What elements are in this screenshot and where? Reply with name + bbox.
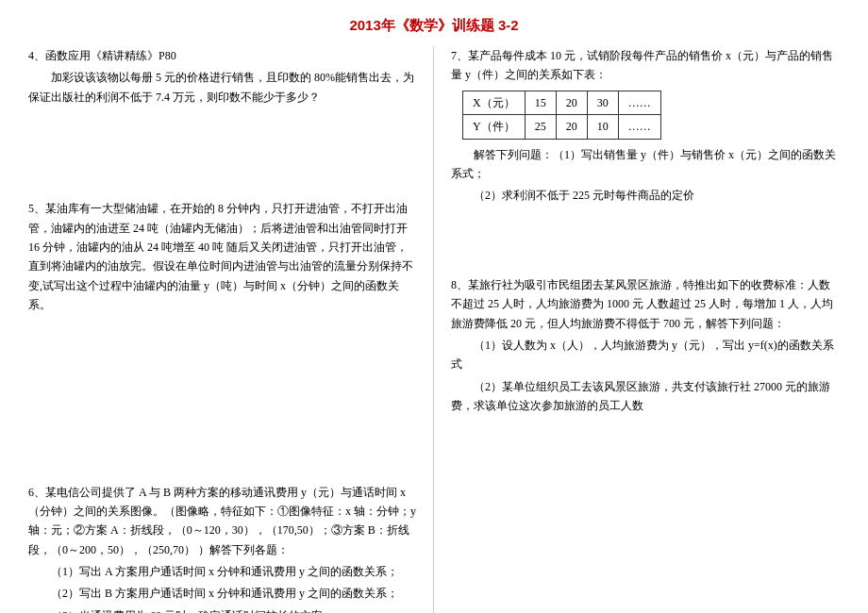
p7-row-2: 20: [556, 115, 587, 139]
p7-row-3: 10: [587, 115, 618, 139]
problem-8: 8、某旅行社为吸引市民组团去某风景区旅游，特推出如下的收费标准：人数不超过 25…: [451, 275, 840, 416]
p7-row-1: 25: [525, 115, 556, 139]
p7-header-3: 30: [587, 91, 618, 114]
p7-header-1: 15: [525, 91, 556, 114]
p8-sub1: （1）设人数为 x（人），人均旅游费为 y（元），写出 y=f(x)的函数关系式: [451, 336, 840, 374]
p5-number: 5、: [28, 202, 45, 215]
p7-header-0: X（元）: [463, 91, 526, 114]
p8-body: 某旅行社为吸引市民组团去某风景区旅游，特推出如下的收费标准：人数不超过 25 人…: [451, 278, 833, 330]
left-column: 4、函数应用《精讲精练》P80 加彩设该该物以每册 5 元的价格进行销售，且印数…: [28, 46, 434, 613]
p8-number: 8、: [451, 278, 468, 291]
right-column: 7、某产品每件成本 10 元，试销阶段每件产品的销售价 x（元）与产品的销售量 …: [434, 46, 840, 613]
p6-sub3: （3）当通讯费用为 60 元时，确定通话时间较长的方案: [28, 606, 416, 613]
problem-4: 4、函数应用《精讲精练》P80 加彩设该该物以每册 5 元的价格进行销售，且印数…: [28, 46, 416, 107]
problem-7: 7、某产品每件成本 10 元，试销阶段每件产品的销售价 x（元）与产品的销售量 …: [451, 46, 840, 206]
problem-6: 6、某电信公司提供了 A 与 B 两种方案的移动通讯费用 y（元）与通话时间 x…: [28, 483, 416, 613]
p7-header-2: 20: [556, 91, 587, 114]
p4-number: 4、: [28, 49, 45, 62]
p7-number: 7、: [451, 49, 468, 62]
p8-sub2: （2）某单位组织员工去该风景区旅游，共支付该旅行社 27000 元的旅游费，求该…: [451, 377, 840, 416]
main-content: 4、函数应用《精讲精练》P80 加彩设该该物以每册 5 元的价格进行销售，且印数…: [28, 46, 840, 613]
page-title: 2013年《数学》训练题 3-2: [28, 17, 840, 35]
p7-table: X（元） 15 20 30 …… Y（件） 25 20 10 ……: [462, 91, 661, 140]
p4-body: 加彩设该该物以每册 5 元的价格进行销售，且印数的 80%能销售出去，为保证出版…: [28, 68, 416, 107]
p7-row-0: Y（件）: [463, 115, 526, 139]
p7-sub1: 解答下列问题：（1）写出销售量 y（件）与销售价 x（元）之间的函数关系式；: [451, 145, 840, 184]
p7-row-4: ……: [618, 115, 660, 139]
p7-sub2: （2）求利润不低于 225 元时每件商品的定价: [451, 186, 840, 205]
p7-body: 某产品每件成本 10 元，试销阶段每件产品的销售价 x（元）与产品的销售量 y（…: [451, 49, 833, 81]
p6-number: 6、: [28, 486, 45, 499]
p6-body: 某电信公司提供了 A 与 B 两种方案的移动通讯费用 y（元）与通话时间 x（分…: [28, 486, 416, 556]
p7-header-4: ……: [618, 91, 660, 114]
problem-5: 5、某油库有一大型储油罐，在开始的 8 分钟内，只打开进油管，不打开出油管，油罐…: [28, 199, 416, 314]
page: 2013年《数学》训练题 3-2 4、函数应用《精讲精练》P80 加彩设该该物以…: [0, 0, 868, 613]
p6-sub2: （2）写出 B 方案用户通话时间 x 分钟和通讯费用 y 之间的函数关系；: [28, 584, 416, 603]
p5-body: 某油库有一大型储油罐，在开始的 8 分钟内，只打开进油管，不打开出油管，油罐内的…: [28, 202, 413, 311]
p4-source: 函数应用《精讲精练》P80: [45, 49, 176, 62]
p6-sub1: （1）写出 A 方案用户通话时间 x 分钟和通讯费用 y 之间的函数关系；: [28, 562, 416, 581]
